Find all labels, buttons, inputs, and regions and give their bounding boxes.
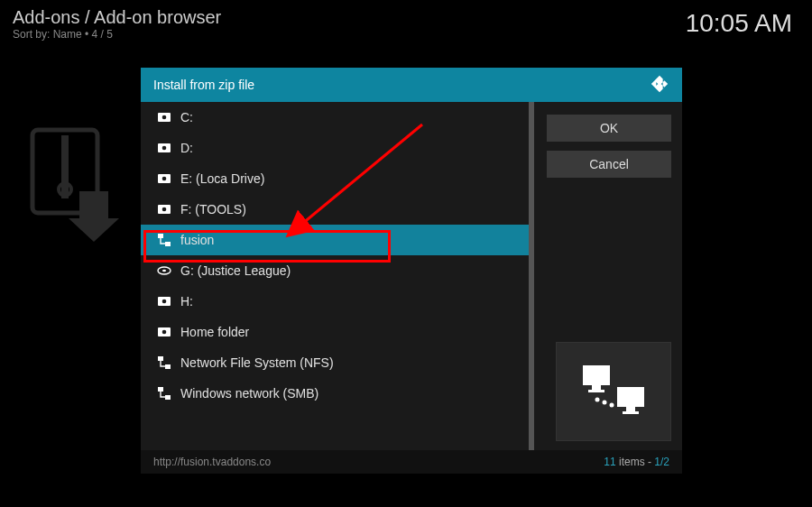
svg-rect-22 (165, 395, 171, 400)
svg-rect-26 (617, 387, 644, 407)
list-item-label: D: (180, 141, 193, 155)
dialog-titlebar: Install from zip file (141, 68, 682, 102)
network-icon (153, 386, 175, 401)
svg-rect-20 (165, 364, 171, 369)
svg-rect-12 (165, 242, 171, 246)
svg-rect-25 (588, 390, 604, 392)
list-item[interactable]: G: (Justice League) (141, 255, 534, 286)
ok-button[interactable]: OK (547, 115, 671, 142)
svg-rect-11 (158, 234, 163, 238)
svg-point-10 (162, 207, 167, 212)
cancel-button[interactable]: Cancel (547, 151, 671, 178)
sort-info: Sort by: Name • 4 / 5 (13, 28, 221, 41)
dialog-footer: http://fusion.tvaddons.co 11 items - 1/2 (141, 450, 682, 474)
list-item[interactable]: E: (Loca Drive) (141, 163, 534, 194)
drive-icon (153, 171, 175, 186)
svg-point-16 (162, 300, 167, 304)
drive-icon (153, 294, 175, 309)
footer-count: 11 items - 1/2 (604, 456, 669, 468)
drive-icon (153, 325, 175, 339)
list-item[interactable]: fusion (141, 225, 534, 255)
dialog-title-text: Install from zip file (153, 78, 254, 92)
header: Add-ons / Add-on browser Sort by: Name •… (13, 7, 221, 41)
svg-point-31 (610, 403, 614, 408)
svg-point-6 (162, 146, 167, 151)
svg-rect-21 (158, 387, 163, 392)
svg-point-30 (603, 401, 607, 405)
list-item[interactable]: Windows network (SMB) (141, 378, 534, 409)
svg-rect-19 (158, 356, 163, 361)
list-item-label: C: (180, 110, 193, 124)
list-item-label: G: (Justice League) (180, 263, 291, 278)
svg-rect-24 (592, 385, 601, 390)
svg-point-14 (162, 270, 166, 272)
list-item[interactable]: H: (141, 286, 534, 317)
svg-rect-23 (583, 365, 610, 385)
drive-icon (153, 263, 175, 278)
network-icon (153, 355, 175, 370)
list-item-label: Windows network (SMB) (180, 386, 318, 401)
breadcrumb: Add-ons / Add-on browser (13, 7, 221, 28)
svg-point-4 (162, 115, 167, 120)
list-item-label: Network File System (NFS) (180, 355, 334, 370)
kodi-logo-icon (650, 74, 669, 97)
svg-point-29 (595, 398, 600, 402)
clock: 10:05 AM (686, 9, 792, 38)
file-list[interactable]: C:D:E: (Loca Drive)F: (TOOLS)fusionG: (J… (141, 102, 534, 450)
list-item[interactable]: Home folder (141, 317, 534, 347)
list-item[interactable]: C: (141, 102, 534, 133)
svg-rect-27 (626, 407, 635, 411)
list-item[interactable]: D: (141, 133, 534, 163)
list-item-label: E: (Loca Drive) (180, 171, 264, 186)
svg-point-8 (162, 177, 167, 181)
svg-rect-1 (61, 135, 69, 198)
scrollbar[interactable] (529, 102, 534, 450)
preview-thumbnail (556, 342, 671, 441)
svg-rect-28 (623, 411, 639, 414)
zipfile-bg-icon (25, 126, 125, 247)
drive-icon (153, 110, 175, 124)
list-item[interactable]: F: (TOOLS) (141, 194, 534, 225)
file-browser-dialog: Install from zip file C:D:E: (Loca Drive… (141, 68, 682, 474)
network-icon (153, 233, 175, 247)
list-item[interactable]: Network File System (NFS) (141, 347, 534, 378)
list-item-label: F: (TOOLS) (180, 202, 246, 217)
drive-icon (153, 202, 175, 217)
footer-path: http://fusion.tvaddons.co (153, 456, 271, 468)
list-item-label: fusion (180, 233, 214, 247)
list-item-label: Home folder (180, 325, 249, 339)
list-item-label: H: (180, 294, 193, 309)
drive-icon (153, 141, 175, 155)
svg-point-18 (162, 330, 167, 335)
